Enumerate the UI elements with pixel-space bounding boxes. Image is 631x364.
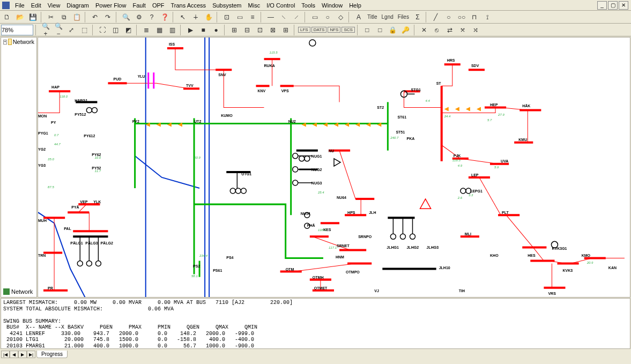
- lfs-button[interactable]: LFS: [298, 27, 310, 33]
- svg-text:MON: MON: [38, 114, 47, 118]
- menu-file[interactable]: File: [12, 1, 28, 10]
- line-dn-tool[interactable]: ⟍: [278, 12, 289, 23]
- run-button[interactable]: ▶: [184, 25, 196, 35]
- undo-button[interactable]: ↶: [89, 12, 101, 23]
- node-tool[interactable]: ⊡: [221, 12, 233, 23]
- grp1-button[interactable]: ⊞: [228, 25, 240, 35]
- new-button[interactable]: 🗋: [1, 12, 13, 23]
- shape3-tool[interactable]: ○○: [456, 12, 467, 23]
- sum-tool[interactable]: Σ: [412, 12, 424, 23]
- scs-button[interactable]: SCS: [342, 27, 354, 33]
- tab-progress[interactable]: Progress: [36, 351, 68, 358]
- grid2-button[interactable]: ▥: [166, 25, 178, 35]
- find-button[interactable]: 🔍: [120, 12, 132, 23]
- menu-diagram[interactable]: Diagram: [63, 1, 92, 10]
- help-button[interactable]: ❓: [159, 12, 170, 23]
- layer-button[interactable]: ≣: [140, 25, 152, 35]
- menu-opf[interactable]: OPF: [149, 1, 168, 10]
- align-tool[interactable]: ≡: [247, 12, 258, 23]
- tab-first-button[interactable]: |◀: [1, 351, 10, 358]
- record-button[interactable]: ●: [210, 25, 222, 35]
- title-tool[interactable]: Title: [366, 14, 379, 20]
- tab-last-button[interactable]: ▶|: [27, 351, 35, 358]
- stop-button[interactable]: ■: [197, 25, 209, 35]
- zoom-in-button[interactable]: 🔍+: [40, 25, 51, 35]
- paste-button[interactable]: 📋: [71, 12, 83, 23]
- redo-button[interactable]: ↷: [102, 12, 114, 23]
- key-button[interactable]: 🔑: [400, 25, 412, 35]
- menu-window[interactable]: Window: [318, 1, 346, 10]
- zoom-out-button[interactable]: 🔍−: [53, 25, 64, 35]
- box2-button[interactable]: □: [374, 25, 386, 35]
- line-up-tool[interactable]: ⟋: [291, 12, 302, 23]
- menu-misc[interactable]: Misc: [245, 1, 264, 10]
- grp5-button[interactable]: ⊞: [280, 25, 292, 35]
- menu-transaccess[interactable]: Trans Access: [168, 1, 210, 10]
- svg-text:PS4: PS4: [226, 256, 233, 259]
- fit-button[interactable]: ⛶: [96, 25, 108, 35]
- zoom-combo[interactable]: [1, 25, 33, 35]
- cut-button[interactable]: ✂: [45, 12, 57, 23]
- tree-root-item[interactable]: + Network: [1, 38, 36, 46]
- grid1-button[interactable]: ▦: [153, 25, 165, 35]
- info-button[interactable]: ?: [146, 12, 158, 23]
- legend-tool[interactable]: Lgnd: [380, 14, 395, 20]
- toggle1-button[interactable]: ◫: [109, 25, 121, 35]
- pan-tool[interactable]: ✋: [203, 12, 214, 23]
- net1-button[interactable]: ✕: [418, 25, 430, 35]
- net3-button[interactable]: ⇄: [444, 25, 456, 35]
- menu-subsystem[interactable]: Subsystem: [209, 1, 244, 10]
- menu-fault[interactable]: Fault: [129, 1, 149, 10]
- menu-help[interactable]: Help: [346, 1, 365, 10]
- net5-button[interactable]: ⤭: [470, 25, 481, 35]
- files-tool[interactable]: Files: [396, 14, 411, 20]
- grp2-button[interactable]: ⊟: [241, 25, 253, 35]
- tree-expand-icon[interactable]: +: [3, 40, 7, 44]
- svg-text:MLI: MLI: [465, 232, 471, 236]
- shape4-tool[interactable]: ⊓: [469, 12, 480, 23]
- rect-tool[interactable]: ▭: [309, 12, 321, 23]
- grp4-button[interactable]: ⊠: [267, 25, 279, 35]
- zoom-all-button[interactable]: ⤢: [65, 25, 77, 35]
- save-button[interactable]: 💾: [27, 12, 39, 23]
- lock-button[interactable]: 🔒: [387, 25, 399, 35]
- text-tool[interactable]: A: [353, 12, 365, 23]
- menu-iocontrol[interactable]: I/O Control: [263, 1, 298, 10]
- shape2-tool[interactable]: ○: [443, 12, 455, 23]
- tree-network-icon[interactable]: Network: [3, 288, 33, 295]
- zoom-window-button[interactable]: ⬚: [78, 25, 90, 35]
- shape1-tool[interactable]: ╱: [430, 12, 442, 23]
- net4-button[interactable]: ⤧: [457, 25, 469, 35]
- svg-point-80: [461, 188, 466, 194]
- open-button[interactable]: 📂: [14, 12, 26, 23]
- menu-powerflow[interactable]: Power Flow: [92, 1, 129, 10]
- dats-button[interactable]: DATS: [311, 27, 327, 33]
- window-restore-button[interactable]: ▢: [608, 1, 618, 10]
- menu-view[interactable]: View: [44, 1, 64, 10]
- copy-button[interactable]: ⧉: [58, 12, 70, 23]
- poly-tool[interactable]: ◇: [335, 12, 346, 23]
- tab-next-button[interactable]: ▶: [18, 351, 27, 358]
- toggle2-button[interactable]: ◩: [122, 25, 134, 35]
- tab-prev-button[interactable]: ◀: [10, 351, 18, 358]
- move-tool[interactable]: ∔: [190, 12, 202, 23]
- window-close-button[interactable]: ✕: [619, 1, 628, 10]
- output-panel[interactable]: LARGEST MISMATCH: 0.00 MW 0.00 MVAR 0.00…: [1, 298, 630, 349]
- tree-panel[interactable]: + Network Network: [1, 37, 37, 298]
- box1-button[interactable]: □: [361, 25, 373, 35]
- options-button[interactable]: ⚙: [133, 12, 145, 23]
- pointer-tool[interactable]: ↖: [177, 12, 189, 23]
- circle-tool[interactable]: ○: [322, 12, 333, 23]
- window-minimize-button[interactable]: _: [597, 1, 607, 10]
- net2-button[interactable]: ⎋: [431, 25, 443, 35]
- menu-edit[interactable]: Edit: [28, 1, 44, 10]
- svg-text:KMU: KMU: [518, 138, 527, 142]
- nfs-button[interactable]: NFS: [328, 27, 340, 33]
- line-h-tool[interactable]: —: [265, 12, 277, 23]
- bus-tool[interactable]: ▭: [234, 12, 246, 23]
- grp3-button[interactable]: ⊡: [254, 25, 266, 35]
- diagram-viewport[interactable]: ISS RUKA SNV KNV VPS HRS SDV HAP PUD YLU…: [38, 37, 630, 298]
- shape5-tool[interactable]: ⟟: [481, 12, 493, 23]
- menu-tools[interactable]: Tools: [298, 1, 318, 10]
- save-icon: 💾: [29, 13, 37, 21]
